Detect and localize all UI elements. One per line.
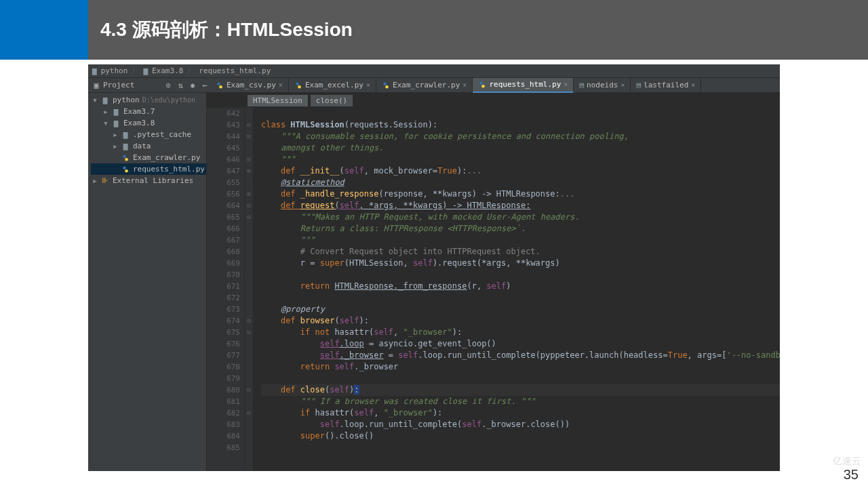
path-bar: ▆ python 〉 ▆ Exam3.8 〉 requests_html.py <box>88 64 780 78</box>
code-content[interactable]: class HTMLSession(requests.Session): """… <box>253 108 780 471</box>
tree-root[interactable]: ▼ ▆ python D:\edu\python <box>91 94 206 106</box>
fold-marker-icon[interactable]: ⊟ <box>245 211 253 223</box>
code-line[interactable]: """Makes an HTTP Request, with mocked Us… <box>261 211 780 223</box>
editor-tab[interactable]: Exam_csv.py× <box>210 78 289 93</box>
code-line[interactable]: """A consumable session, for cookie pers… <box>261 131 780 142</box>
code-line[interactable]: return self._browser <box>261 361 780 373</box>
code-line[interactable]: if not hasattr(self, "_browser"): <box>261 327 780 338</box>
svg-point-10 <box>123 166 126 169</box>
slide-title: 4.3 源码剖析：HTMLSession <box>88 0 868 60</box>
path-seg-1[interactable]: python <box>101 66 128 75</box>
fold-marker-icon[interactable]: ⊟ <box>245 131 253 142</box>
folder-icon: ▆ <box>111 107 121 116</box>
code-line[interactable]: super().close() <box>261 430 780 442</box>
code-line[interactable] <box>261 373 780 384</box>
code-line[interactable]: """ <box>261 235 780 246</box>
code-line[interactable]: def close(self): <box>261 384 780 396</box>
project-sidebar[interactable]: ▼ ▆ python D:\edu\python ▶▆Exam3.7▼▆Exam… <box>88 93 207 471</box>
code-line[interactable]: amongst other things. <box>261 142 780 154</box>
fold-marker-icon[interactable]: ⊟ <box>245 407 253 419</box>
fold-column[interactable]: ⊟⊟⊟⊞⊞⊟⊟⊟⊟⊟⊟ <box>245 108 253 471</box>
close-icon[interactable]: × <box>691 81 695 89</box>
code-line[interactable]: def _handle_response(response, **kwargs)… <box>261 188 780 200</box>
code-line[interactable]: def request(self, *args, **kwargs) -> HT… <box>261 200 780 211</box>
gear-icon[interactable]: ✱ <box>187 80 198 91</box>
editor-tab[interactable]: requests_html.py× <box>473 78 574 93</box>
tab-label: nodeids <box>587 81 618 89</box>
code-line[interactable]: """ If a browser was created close it fi… <box>261 396 780 407</box>
close-icon[interactable]: × <box>462 81 467 89</box>
editor-tabs: Exam_csv.py×Exam_excel.py×Exam_crawler.p… <box>210 78 701 93</box>
close-icon[interactable]: × <box>366 81 370 89</box>
tree-item-label: Exam_crawler.py <box>133 153 200 162</box>
close-icon[interactable]: × <box>620 81 625 89</box>
tree-item[interactable]: Exam_crawler.py <box>91 152 206 163</box>
code-editor: HTMLSession close() 64264364464564664765… <box>207 93 780 471</box>
code-line[interactable]: # Convert Request object into HTTPReques… <box>261 246 780 258</box>
tree-item[interactable]: requests_html.py <box>91 163 206 175</box>
fold-marker-icon[interactable]: ⊞ <box>245 188 253 200</box>
header-accent <box>0 0 88 60</box>
toolbar: ▣ Project ⊙ ⇅ ✱ ← Exam_csv.py×Exam_excel… <box>88 78 780 93</box>
code-line[interactable]: def browser(self): <box>261 315 780 327</box>
editor-tab[interactable]: Exam_crawler.py× <box>376 78 473 93</box>
fold-marker-icon[interactable]: ⊟ <box>245 200 253 211</box>
tree-items: ▶▆Exam3.7▼▆Exam3.8▶▆.pytest_cache▶▆dataE… <box>91 106 206 175</box>
fold-marker-icon[interactable]: ⊟ <box>245 384 253 396</box>
tree-item[interactable]: ▶▆.pytest_cache <box>91 129 206 140</box>
fold-marker-icon[interactable]: ⊟ <box>245 327 253 338</box>
code-line[interactable]: def __init__(self, mock_browser=True):..… <box>261 165 780 177</box>
svg-point-0 <box>217 82 220 85</box>
code-line[interactable] <box>261 442 780 453</box>
project-icon[interactable]: ▣ <box>91 80 102 91</box>
tree-item[interactable]: ▶▆data <box>91 140 206 152</box>
python-file-icon <box>121 154 130 162</box>
tree-item[interactable]: ▶▆Exam3.7 <box>91 106 206 117</box>
fold-marker-icon[interactable]: ⊞ <box>245 165 253 177</box>
editor-tab[interactable]: ▤lastfailed× <box>631 78 701 93</box>
tree-item[interactable]: ▼▆Exam3.8 <box>91 117 206 129</box>
breadcrumb-bar: HTMLSession close() <box>207 93 780 108</box>
minimize-icon[interactable]: ← <box>199 80 210 91</box>
tab-label: Exam_crawler.py <box>393 81 460 89</box>
fold-marker-icon[interactable]: ⊟ <box>245 119 253 131</box>
code-line[interactable]: if hasattr(self, "_browser"): <box>261 407 780 419</box>
code-line[interactable]: self.loop.run_until_complete(self._brows… <box>261 419 780 430</box>
tree-libs[interactable]: ▶ ⊪ External Libraries <box>91 175 206 186</box>
code-area[interactable]: 6426436446456466476556566646656666676686… <box>207 108 780 471</box>
close-icon[interactable]: × <box>564 81 568 88</box>
svg-point-8 <box>123 155 126 158</box>
tab-label: requests_html.py <box>489 80 561 89</box>
settings-icon[interactable]: ⇅ <box>175 80 186 91</box>
folder-icon: ▆ <box>121 142 130 150</box>
code-line[interactable] <box>261 108 780 119</box>
code-line[interactable]: self.loop = asyncio.get_event_loop() <box>261 338 780 350</box>
code-line[interactable]: @staticmethod <box>261 177 780 188</box>
editor-tab[interactable]: ▤nodeids× <box>574 78 631 93</box>
fold-marker-icon[interactable]: ⊟ <box>245 154 253 165</box>
line-gutter[interactable]: 6426436446456466476556566646656666676686… <box>207 108 245 471</box>
path-sep-icon: 〉 <box>187 66 195 76</box>
folder-icon: ▆ <box>143 66 148 75</box>
fold-marker-icon[interactable]: ⊟ <box>245 315 253 327</box>
code-line[interactable]: return HTMLResponse._from_response(r, se… <box>261 281 780 292</box>
tree-root-path: D:\edu\python <box>142 96 195 104</box>
crumb-class[interactable]: HTMLSession <box>248 95 308 106</box>
path-seg-2[interactable]: Exam3.8 <box>152 66 183 75</box>
code-line[interactable]: class HTMLSession(requests.Session): <box>261 119 780 131</box>
code-line[interactable]: self._browser = self.loop.run_until_comp… <box>261 350 780 361</box>
code-line[interactable] <box>261 292 780 304</box>
code-line[interactable]: Returns a class: HTTPResponse <HTTPRespo… <box>261 223 780 235</box>
code-line[interactable]: @property <box>261 304 780 315</box>
folder-icon: ▆ <box>92 66 97 75</box>
editor-tab[interactable]: Exam_excel.py× <box>289 78 376 93</box>
tree-item-label: .pytest_cache <box>133 130 191 139</box>
code-line[interactable]: r = super(HTMLSession, self).request(*ar… <box>261 258 780 269</box>
tree-item-label: data <box>133 142 151 150</box>
close-icon[interactable]: × <box>279 81 283 89</box>
path-seg-3[interactable]: requests_html.py <box>199 66 271 75</box>
crumb-method[interactable]: close() <box>311 95 353 106</box>
code-line[interactable]: """ <box>261 154 780 165</box>
code-line[interactable] <box>261 269 780 281</box>
collapse-all-icon[interactable]: ⊙ <box>163 80 174 91</box>
